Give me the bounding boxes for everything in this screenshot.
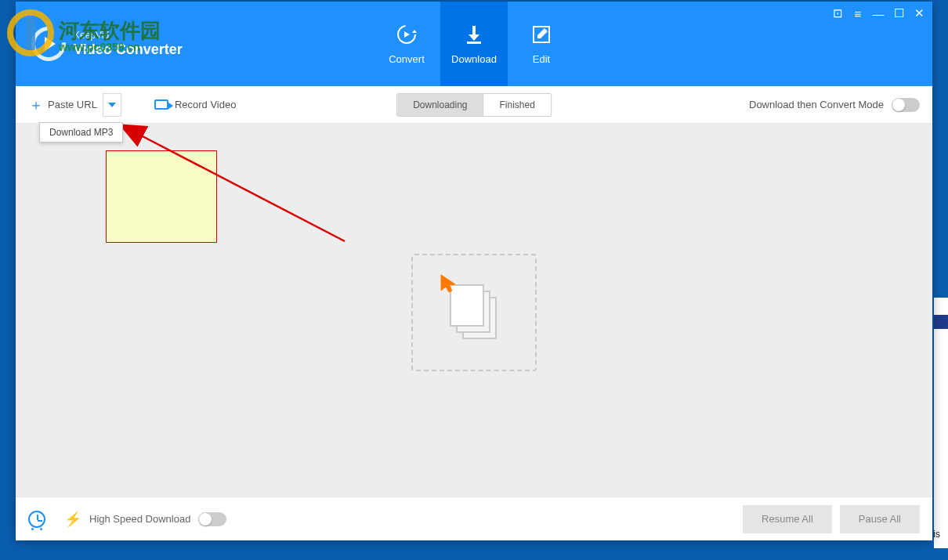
paste-url-label: Paste URL: [48, 99, 97, 110]
maximize-icon[interactable]: ☐: [892, 6, 906, 20]
content-area: [16, 124, 932, 497]
svg-marker-1: [412, 30, 417, 33]
svg-marker-4: [469, 34, 479, 41]
play-logo-icon: [31, 27, 66, 61]
app-logo-area: KeepVid Video Converter: [16, 2, 212, 86]
app-name-line1: KeepVid: [74, 31, 183, 42]
tab-edit-label: Edit: [533, 53, 550, 65]
record-video-button[interactable]: Record Video: [154, 99, 237, 110]
dropdown-item-download-mp3[interactable]: Download MP3: [49, 127, 113, 138]
feedback-icon[interactable]: ⊡: [830, 6, 845, 20]
seg-downloading[interactable]: Downloading: [397, 94, 483, 116]
convert-icon: [396, 23, 418, 45]
plus-icon: ＋: [29, 96, 43, 114]
window-controls: ⊡ ≡ — ☐ ✕: [830, 6, 926, 20]
svg-marker-2: [404, 31, 410, 38]
toolbar: ＋ Paste URL Record Video Downloading Fin…: [16, 86, 932, 124]
tab-convert[interactable]: Convert: [373, 2, 440, 86]
svg-rect-3: [472, 26, 476, 35]
seg-finished[interactable]: Finished: [483, 94, 551, 116]
resume-all-button[interactable]: Resume All: [743, 505, 832, 533]
desktop-right-strip: [934, 298, 948, 548]
camera-icon: [154, 99, 168, 110]
pause-all-button[interactable]: Pause All: [840, 505, 920, 533]
convert-mode-wrap: Download then Convert Mode: [749, 98, 920, 112]
convert-mode-toggle[interactable]: [892, 98, 920, 112]
svg-marker-10: [441, 275, 455, 292]
close-icon[interactable]: ✕: [912, 6, 926, 20]
app-title: KeepVid Video Converter: [74, 31, 183, 57]
paste-url-button[interactable]: ＋ Paste URL: [28, 93, 98, 117]
tab-convert-label: Convert: [389, 53, 425, 65]
svg-marker-7: [108, 103, 116, 107]
app-window: KeepVid Video Converter Convert Download: [16, 2, 932, 540]
paste-url-dropdown-menu: Download MP3: [39, 122, 123, 143]
drop-zone[interactable]: [411, 254, 537, 371]
edit-icon: [530, 23, 552, 45]
status-segmented-control: Downloading Finished: [396, 93, 552, 117]
annotation-highlight-box: [106, 150, 217, 243]
paste-url-dropdown-button[interactable]: [103, 93, 121, 117]
tab-download-label: Download: [451, 53, 497, 65]
main-tabs: Convert Download Edit: [373, 2, 575, 86]
app-name-line2: Video Converter: [74, 42, 183, 58]
download-icon: [463, 23, 485, 45]
minimize-icon[interactable]: —: [871, 6, 885, 20]
schedule-icon[interactable]: [28, 511, 45, 528]
tab-download[interactable]: Download: [440, 2, 508, 86]
svg-rect-5: [467, 42, 481, 44]
documents-icon: [451, 286, 497, 339]
convert-mode-label: Download then Convert Mode: [749, 99, 884, 110]
footer: ⚡ High Speed Download Resume All Pause A…: [16, 497, 932, 540]
bolt-icon: ⚡: [64, 511, 81, 528]
cursor-icon: [439, 273, 459, 294]
high-speed-label: High Speed Download: [89, 513, 190, 525]
record-video-label: Record Video: [175, 99, 237, 110]
high-speed-wrap: ⚡ High Speed Download: [64, 511, 226, 528]
high-speed-toggle[interactable]: [198, 512, 226, 526]
chevron-down-icon: [108, 103, 116, 107]
tab-edit[interactable]: Edit: [508, 2, 575, 86]
app-header: KeepVid Video Converter Convert Download: [16, 2, 932, 86]
menu-icon[interactable]: ≡: [851, 6, 865, 20]
